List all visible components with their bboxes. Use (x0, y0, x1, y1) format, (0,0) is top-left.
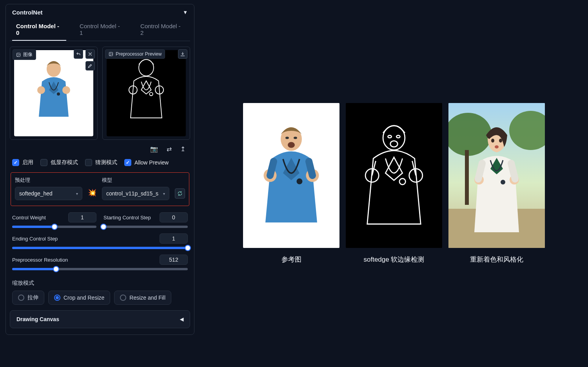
image-row: 图像 (10, 47, 190, 140)
drawing-canvas-label: Drawing Canvas (16, 316, 59, 322)
undo-button[interactable] (74, 49, 83, 59)
svg-point-25 (399, 179, 405, 185)
model-value: control_v11p_sd15_s (106, 190, 158, 197)
svg-rect-29 (465, 150, 469, 205)
edit-button[interactable] (85, 61, 95, 71)
swap-button[interactable]: ⇄ (167, 145, 172, 153)
svg-point-32 (499, 139, 502, 143)
close-button[interactable] (85, 49, 95, 59)
resize-option-crop-label: Crop and Resize (64, 295, 104, 301)
preprocessor-select[interactable]: softedge_hed ▾ (15, 187, 82, 200)
refresh-models-button[interactable] (175, 188, 185, 199)
allow-preview-checkbox[interactable]: Allow Preview (124, 159, 169, 166)
nurse-figure (30, 54, 77, 132)
starting-step-slider[interactable]: Starting Control Step0 (103, 212, 188, 228)
preprocessor-field: 预处理 softedge_hed ▾ (15, 177, 82, 200)
gallery-col-reference: 参考图 (243, 103, 339, 264)
ending-step-label: Ending Control Step (12, 236, 58, 242)
svg-point-5 (57, 92, 60, 96)
gallery-image-stylized (448, 103, 545, 248)
resize-option-fill-label: Resize and Fill (129, 295, 165, 301)
gallery-caption-edge: softedge 软边缘检测 (364, 255, 425, 264)
enable-checkbox[interactable]: 启用 (12, 159, 33, 166)
preview-image-box[interactable]: Preprocessor Preview (102, 47, 190, 140)
svg-point-3 (37, 86, 45, 94)
svg-point-7 (110, 53, 111, 54)
collapse-icon[interactable]: ▼ (183, 9, 188, 15)
svg-point-36 (501, 180, 505, 184)
card-header[interactable]: ControlNet ▼ (10, 7, 190, 20)
svg-point-4 (62, 86, 70, 94)
drawing-canvas-toggle[interactable]: Drawing Canvas ◀ (10, 310, 190, 328)
svg-point-31 (491, 139, 494, 143)
guess-checkbox[interactable]: 猜测模式 (85, 159, 117, 166)
model-select[interactable]: control_v11p_sd15_s ▾ (102, 187, 169, 200)
model-label: 模型 (102, 177, 169, 184)
svg-point-33 (495, 145, 499, 148)
source-image-box[interactable]: 图像 (10, 47, 98, 140)
tab-model-1[interactable]: Control Model - 1 (76, 20, 127, 41)
webcam-button[interactable]: 📷 (150, 145, 158, 153)
image-toolbar: 📷 ⇄ ↥ (10, 140, 190, 153)
enable-label: 启用 (22, 159, 33, 166)
edge-figure (121, 52, 172, 134)
tab-model-0[interactable]: Control Model - 0 (12, 20, 66, 41)
controlnet-card: ControlNet ▼ Control Model - 0 Control M… (5, 4, 194, 335)
preview-buttons (178, 49, 187, 59)
send-up-button[interactable]: ↥ (180, 145, 185, 153)
gallery-col-edge: softedge 软边缘检测 (346, 103, 442, 264)
edge-figure-large (357, 115, 431, 236)
model-field: 模型 control_v11p_sd15_s ▾ (102, 177, 169, 200)
preproc-resolution-label: Preprocessor Resolution (12, 257, 68, 263)
preview-image (107, 50, 186, 136)
image-icon (109, 52, 113, 56)
preview-image-label-text: Preprocessor Preview (116, 51, 162, 57)
svg-point-1 (18, 54, 18, 54)
preproc-resolution-slider[interactable]: Preprocessor Resolution512 (12, 255, 188, 270)
run-preprocessor-button[interactable]: 💥 (88, 188, 96, 200)
lowvram-checkbox[interactable]: 低显存模式 (40, 159, 78, 166)
allow-preview-label: Allow Preview (134, 159, 169, 166)
expand-left-icon: ◀ (180, 316, 183, 322)
controlnet-panel: ControlNet ▼ Control Model - 0 Control M… (0, 0, 200, 367)
tab-model-2[interactable]: Control Model - 2 (136, 20, 188, 41)
image-icon (16, 52, 21, 57)
resize-option-stretch-label: 拉伸 (27, 294, 38, 301)
svg-point-13 (285, 137, 289, 139)
gallery-caption-stylized: 重新着色和风格化 (470, 255, 523, 264)
svg-point-15 (288, 142, 295, 148)
download-button[interactable] (178, 49, 187, 59)
gallery-image-reference (243, 103, 339, 248)
source-image-buttons (74, 49, 95, 71)
resize-mode-label: 缩放模式 (12, 280, 188, 287)
resize-mode-group: 缩放模式 拉伸 Crop and Resize Resize and Fill (10, 276, 190, 305)
resize-option-crop[interactable]: Crop and Resize (48, 291, 110, 305)
chevron-down-icon: ▾ (163, 192, 165, 196)
svg-point-20 (388, 136, 392, 138)
svg-point-22 (390, 141, 398, 147)
control-weight-value[interactable]: 1 (68, 212, 96, 222)
resize-option-stretch[interactable]: 拉伸 (12, 291, 44, 305)
lowvram-label: 低显存模式 (51, 159, 78, 166)
sliders-group: Control Weight1 Starting Control Step0 E… (10, 208, 190, 270)
preprocessor-value: softedge_hed (19, 190, 53, 197)
resize-option-fill[interactable]: Resize and Fill (114, 291, 171, 305)
chevron-down-icon: ▾ (76, 192, 78, 196)
options-row: 启用 低显存模式 猜测模式 Allow Preview (10, 153, 190, 170)
svg-point-11 (149, 92, 152, 96)
gallery-image-edge (346, 103, 442, 248)
svg-point-14 (294, 137, 297, 139)
svg-point-21 (396, 136, 400, 138)
preproc-resolution-value[interactable]: 512 (160, 255, 188, 265)
starting-step-value[interactable]: 0 (160, 212, 188, 222)
preprocessor-label: 预处理 (15, 177, 82, 184)
preprocessor-model-box: 预处理 softedge_hed ▾ 💥 模型 control_v11p_sd1… (11, 172, 189, 206)
source-image-label-text: 图像 (23, 51, 33, 58)
svg-point-18 (297, 179, 303, 184)
starting-step-label: Starting Control Step (103, 215, 151, 221)
control-weight-slider[interactable]: Control Weight1 (12, 212, 96, 228)
ending-step-slider[interactable]: Ending Control Step1 (12, 233, 188, 249)
ending-step-value[interactable]: 1 (160, 233, 188, 244)
gallery-col-stylized: 重新着色和风格化 (448, 103, 545, 264)
output-gallery: 参考图 softedge 软边缘检测 (200, 0, 588, 367)
